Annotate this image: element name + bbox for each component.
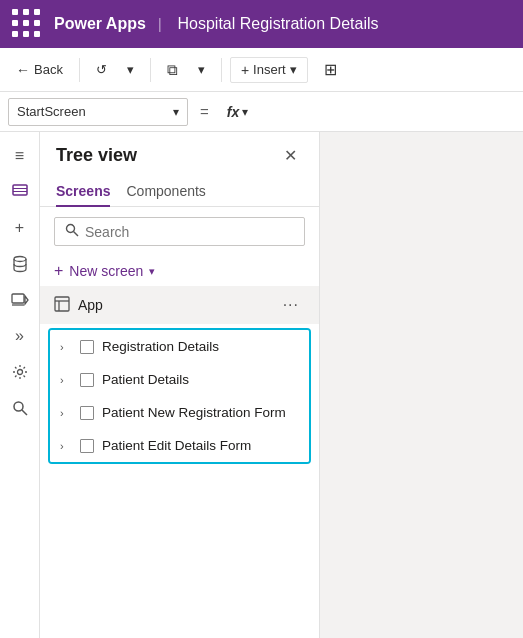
new-screen-chevron-icon: ▾: [149, 265, 155, 278]
add-icon[interactable]: +: [4, 212, 36, 244]
screen-square-icon-2: [80, 373, 94, 387]
tree-tabs: Screens Components: [40, 175, 319, 207]
new-screen-label: New screen: [69, 263, 143, 279]
screen-item-new-registration[interactable]: Patient New Registration Form: [50, 396, 309, 429]
back-button[interactable]: ← Back: [8, 58, 71, 82]
app-label: App: [78, 297, 269, 313]
search-icon: [65, 223, 79, 240]
screen-square-icon-3: [80, 406, 94, 420]
title-separator: |: [158, 16, 162, 32]
screen-square-icon: [80, 340, 94, 354]
chevron-down-2-icon: ▾: [198, 62, 205, 77]
grid-icon: ⊞: [324, 60, 337, 79]
separator-1: [79, 58, 80, 82]
search-sidebar-icon[interactable]: [4, 392, 36, 424]
chevron-right-icon-3: [60, 407, 72, 419]
screen-item-registration-details[interactable]: Registration Details: [50, 330, 309, 363]
svg-rect-12: [55, 297, 69, 311]
toolbar: ← Back ↺ ▾ ⧉ ▾ + Insert ▾ ⊞: [0, 48, 523, 92]
back-label: Back: [34, 62, 63, 77]
app-title: Power Apps: [54, 15, 146, 33]
svg-point-8: [14, 402, 23, 411]
insert-chevron-icon: ▾: [290, 62, 297, 77]
tree-view-title: Tree view: [56, 145, 137, 166]
tab-screens[interactable]: Screens: [56, 175, 110, 207]
dropdown-chevron-icon: ▾: [173, 105, 179, 119]
screen-label-3: Patient New Registration Form: [102, 405, 286, 420]
fx-chevron-icon: ▾: [242, 105, 248, 119]
search-input[interactable]: [85, 224, 294, 240]
svg-marker-5: [25, 296, 28, 304]
chevron-right-icon: [60, 341, 72, 353]
svg-point-7: [17, 370, 22, 375]
screen-label-4: Patient Edit Details Form: [102, 438, 251, 453]
settings-icon[interactable]: [4, 356, 36, 388]
hamburger-icon[interactable]: ≡: [4, 140, 36, 172]
tree-header: Tree view ✕: [40, 132, 319, 175]
plus-icon: +: [241, 62, 249, 78]
screen-label-2: Patient Details: [102, 372, 189, 387]
app-table-icon: [54, 296, 70, 315]
clipboard-dropdown-button[interactable]: ▾: [190, 58, 213, 81]
svg-point-10: [67, 225, 75, 233]
tree-close-button[interactable]: ✕: [278, 144, 303, 167]
media-icon[interactable]: [4, 284, 36, 316]
left-sidebar: ≡ + »: [0, 132, 40, 638]
screen-square-icon-4: [80, 439, 94, 453]
new-screen-button[interactable]: + New screen ▾: [40, 256, 319, 286]
canvas-area: [320, 132, 523, 638]
tab-components[interactable]: Components: [126, 175, 205, 207]
svg-rect-2: [13, 191, 27, 192]
database-icon[interactable]: [4, 248, 36, 280]
undo-icon: ↺: [96, 62, 107, 77]
screen-item-patient-details[interactable]: Patient Details: [50, 363, 309, 396]
chevrons-icon[interactable]: »: [4, 320, 36, 352]
svg-rect-4: [12, 294, 24, 303]
insert-label: Insert: [253, 62, 286, 77]
chevron-right-icon-4: [60, 440, 72, 452]
svg-rect-0: [13, 185, 27, 195]
search-container: [40, 207, 319, 256]
grid-view-button[interactable]: ⊞: [316, 56, 345, 83]
app-row[interactable]: App ···: [40, 286, 319, 324]
chevron-down-icon: ▾: [127, 62, 134, 77]
insert-button[interactable]: + Insert ▾: [230, 57, 308, 83]
svg-point-3: [14, 257, 26, 262]
undo-dropdown-button[interactable]: ▾: [119, 58, 142, 81]
main-layout: ≡ + »: [0, 132, 523, 638]
clipboard-icon: ⧉: [167, 61, 178, 79]
equals-sign: =: [196, 103, 213, 120]
top-bar: Power Apps | Hospital Registration Detai…: [0, 0, 523, 48]
app-grid-icon[interactable]: [12, 9, 42, 39]
layers-icon[interactable]: [4, 176, 36, 208]
new-screen-plus-icon: +: [54, 262, 63, 280]
svg-line-11: [74, 232, 79, 237]
clipboard-button[interactable]: ⧉: [159, 57, 186, 83]
svg-rect-1: [13, 188, 27, 189]
svg-line-9: [22, 410, 27, 415]
tree-items: App ··· Registration Details Patient Det…: [40, 286, 319, 638]
undo-button[interactable]: ↺: [88, 58, 115, 81]
screen-label: Registration Details: [102, 339, 219, 354]
fx-button[interactable]: fx ▾: [221, 100, 254, 124]
app-name: Hospital Registration Details: [178, 15, 379, 33]
app-more-button[interactable]: ···: [277, 294, 305, 316]
screen-list: Registration Details Patient Details Pat…: [48, 328, 311, 464]
screen-item-edit-details[interactable]: Patient Edit Details Form: [50, 429, 309, 462]
back-arrow-icon: ←: [16, 62, 30, 78]
tree-panel: Tree view ✕ Screens Components: [40, 132, 320, 638]
formula-bar: StartScreen ▾ = fx ▾: [0, 92, 523, 132]
screen-dropdown-value: StartScreen: [17, 104, 86, 119]
fx-label: fx: [227, 104, 239, 120]
screen-dropdown[interactable]: StartScreen ▾: [8, 98, 188, 126]
search-box[interactable]: [54, 217, 305, 246]
chevron-right-icon-2: [60, 374, 72, 386]
separator-3: [221, 58, 222, 82]
separator-2: [150, 58, 151, 82]
